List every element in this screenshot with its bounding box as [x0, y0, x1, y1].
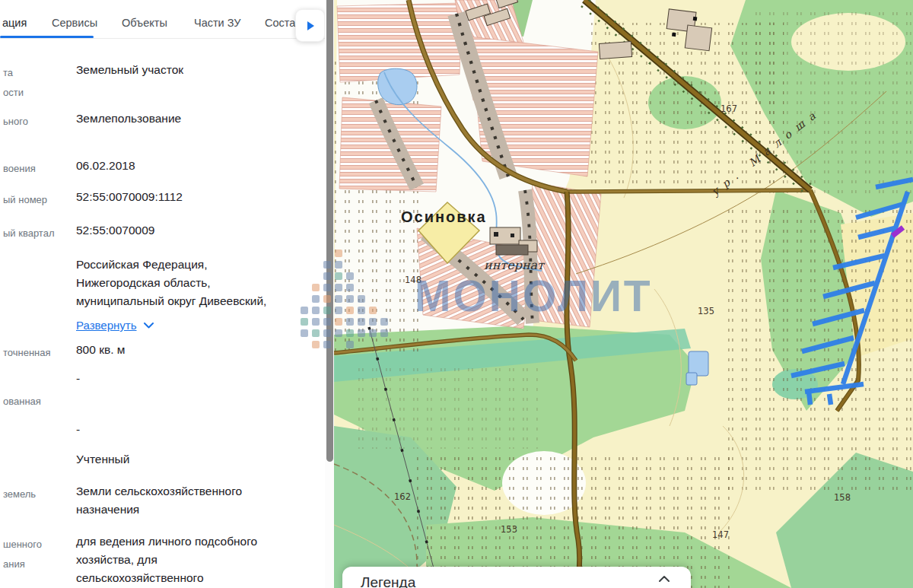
field-value: Земельный участок: [76, 61, 288, 79]
pond: [378, 68, 417, 104]
tab-objects[interactable]: Объекты: [122, 17, 167, 29]
arrow-right-icon: [307, 21, 314, 30]
tab-composition[interactable]: Соста: [265, 17, 295, 29]
elevation-label: 167: [721, 103, 737, 114]
chevron-down-icon: [144, 323, 154, 329]
panel-scrollbar-track[interactable]: [325, 0, 334, 588]
panel-scrollbar-thumb[interactable]: [326, 0, 333, 462]
field-value: -: [76, 421, 288, 439]
field-value: Земли сельскохозяйственного назначения: [76, 482, 288, 519]
active-tab-underline: [0, 36, 94, 38]
legend-title: Легенда: [361, 574, 415, 588]
field-label: ый квартал: [3, 224, 72, 243]
legend-panel[interactable]: Легенда: [342, 567, 691, 588]
field-label: шенного ания: [3, 535, 72, 574]
field-value: 52:55:0070009:1112: [76, 188, 288, 206]
elevation-label: 162: [394, 491, 411, 502]
elevation-label: 135: [698, 306, 714, 316]
tab-parcel-parts[interactable]: Части ЗУ: [194, 17, 241, 29]
field-value: Учтенный: [76, 450, 288, 469]
field-value: 06.02.2018: [76, 157, 288, 175]
settlement-label: Осиновка: [401, 208, 487, 225]
address-text: Российская Федерация, Нижегородская обла…: [76, 258, 266, 307]
tabs-scroll-right-button[interactable]: [295, 9, 325, 42]
legend-collapse-button[interactable]: [657, 575, 671, 588]
field-label: ьного: [3, 112, 72, 132]
tab-services[interactable]: Сервисы: [52, 17, 97, 29]
field-label: воения: [3, 159, 72, 179]
elevation-label: 158: [834, 492, 851, 503]
field-value: 800 кв. м: [76, 341, 288, 359]
field-label: та ости: [3, 63, 72, 103]
field-label: ованная: [3, 372, 72, 412]
school-label: интернат: [484, 258, 546, 272]
field-label: земель: [3, 485, 72, 504]
info-panel: ация Сервисы Объекты Части ЗУ Соста Г та…: [0, 0, 325, 588]
field-value: Российская Федерация, Нижегородская обла…: [76, 256, 288, 335]
expand-link[interactable]: Развернуть: [76, 316, 137, 335]
field-value: 52:55:0070009: [76, 221, 288, 240]
scrub-texture: [350, 365, 540, 449]
expand-address-control[interactable]: Развернуть: [76, 316, 154, 335]
cadastral-app: ация Сервисы Объекты Части ЗУ Соста Г та…: [0, 0, 913, 588]
tab-information[interactable]: ация: [2, 17, 27, 29]
field-label: точненная: [3, 343, 72, 363]
tab-bar: ация Сервисы Объекты Части ЗУ Соста Г: [0, 0, 325, 39]
topographic-map[interactable]: Осиновка интернат ур. Малоша 167 148 135…: [334, 0, 913, 588]
chevron-up-icon: [658, 575, 670, 583]
field-label: ый номер: [3, 190, 72, 210]
elevation-label: 148: [405, 275, 422, 285]
field-value: -: [76, 370, 288, 388]
elevation-label: 147: [712, 529, 729, 540]
field-value: для ведения личного подсобного хозяйства…: [76, 532, 288, 587]
elevation-label: 153: [501, 524, 517, 535]
field-value: Землепользование: [76, 110, 288, 128]
